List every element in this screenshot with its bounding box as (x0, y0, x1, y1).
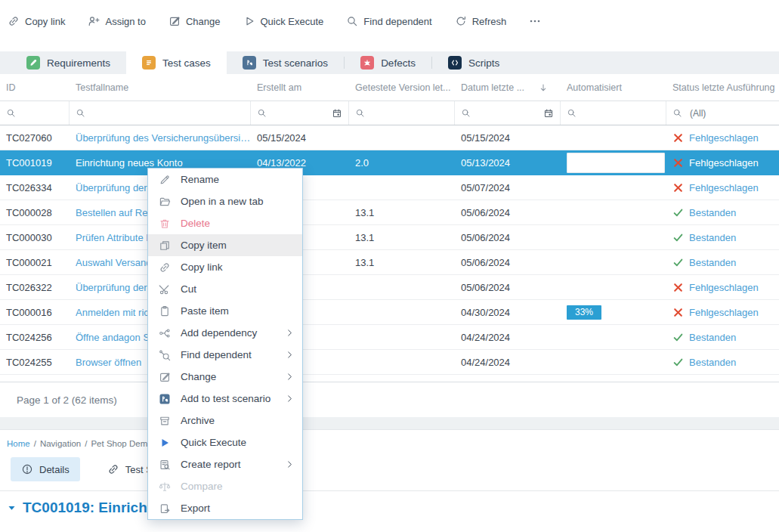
test-case-link[interactable]: Bestellen auf Rech (76, 207, 158, 218)
cell-automatisiert: 33% (561, 300, 666, 324)
column-header-erstellt-am-label: Erstellt am (257, 82, 301, 93)
copy-link-label: Copy link (25, 16, 65, 27)
assign-to-button[interactable]: Assign to (88, 15, 145, 27)
cell-id: TC000016 (0, 300, 70, 324)
cell-datum-letzte: 05/06/2024 (455, 225, 561, 249)
folder-icon (159, 196, 171, 208)
pass-check-icon (672, 332, 684, 343)
column-header-id[interactable]: ID (0, 74, 70, 101)
calendar-icon[interactable] (543, 108, 554, 119)
test-case-link[interactable]: Browser öffnen (76, 357, 141, 368)
tab-scripts-label: Scripts (468, 57, 499, 69)
test-case-link[interactable]: Öffne andagon Se (76, 332, 155, 343)
tab-defects[interactable]: Defects (345, 51, 431, 74)
cell-status: Fehlgeschlagen (666, 125, 779, 150)
status-label: Bestanden (689, 357, 736, 368)
cell-id: TC000028 (0, 200, 70, 224)
test-case-link[interactable]: Überprüfung der S (76, 182, 156, 193)
menu-item-create-report[interactable]: Create report (148, 453, 302, 475)
table-row[interactable]: TC024255Browser öffnen04/24/2024Bestande… (0, 350, 779, 375)
breadcrumb-navigation[interactable]: Navigation (40, 439, 81, 448)
column-header-automatisiert[interactable]: Automatisiert (561, 74, 666, 101)
menu-item-delete[interactable]: Delete (148, 212, 302, 234)
breadcrumb-home[interactable]: Home (7, 439, 30, 448)
filter-id[interactable] (0, 101, 70, 125)
cell-getestete-version (349, 300, 455, 324)
cell-automatisiert (561, 150, 666, 175)
table-row[interactable]: TC000016Anmelden mit rich04/30/202433%Fe… (0, 300, 779, 325)
menu-item-find-dependent[interactable]: Find dependent (148, 344, 302, 366)
tab-details[interactable]: Details (11, 457, 80, 481)
menu-item-change[interactable]: Change (148, 366, 302, 388)
menu-item-copy-link[interactable]: Copy link (148, 256, 302, 278)
automated-edit-field[interactable] (567, 153, 665, 173)
table-row[interactable]: TC024256Öffne andagon Se04/24/2024Bestan… (0, 325, 779, 350)
tab-test-cases[interactable]: Test cases (126, 51, 227, 74)
table-row[interactable]: TC000028Bestellen auf Rech13.105/06/2024… (0, 200, 779, 225)
more-actions-button[interactable] (529, 15, 541, 27)
table-row[interactable]: TC027060Überprüfung des Versicherungsübe… (0, 125, 779, 150)
column-header-erstellt-am[interactable]: Erstellt am (251, 74, 349, 101)
menu-item-label: Open in a new tab (181, 196, 264, 207)
tab-scripts[interactable]: Scripts (432, 51, 515, 74)
cell-getestete-version (349, 325, 455, 349)
submenu-chevron-icon (285, 328, 295, 338)
column-header-datum-letzte[interactable]: Datum letzte ... (455, 74, 561, 101)
status-filter-value[interactable]: (All) (690, 108, 706, 119)
table-row[interactable]: TC026322Überprüfung der I05/06/2024Fehlg… (0, 275, 779, 300)
table-row[interactable]: TC001019Einrichtung neues Konto04/13/202… (0, 150, 779, 175)
menu-item-add-to-test-scenario[interactable]: Add to test scenario (148, 388, 302, 410)
panel-separator (0, 417, 779, 429)
cell-getestete-version (349, 350, 455, 374)
submenu-chevron-icon (285, 394, 295, 404)
filter-automatisiert[interactable] (561, 101, 666, 125)
menu-item-copy-item[interactable]: Copy item (148, 234, 302, 256)
cell-datum-letzte: 05/06/2024 (455, 200, 561, 224)
column-header-testfallname[interactable]: Testfallname (70, 74, 251, 101)
column-header-getestete-version[interactable]: Getestete Version let... (349, 74, 455, 101)
menu-item-quick-execute[interactable]: Quick Execute (148, 431, 302, 453)
find-dependent-button[interactable]: Find dependent (346, 15, 431, 27)
cell-datum-letzte: 04/24/2024 (455, 350, 561, 374)
test-case-link[interactable]: Prüfen Attribute E (76, 232, 153, 243)
menu-item-export[interactable]: Export (148, 497, 302, 519)
breadcrumb-separator: / (85, 439, 87, 448)
test-case-link[interactable]: Einrichtung neues Konto (76, 157, 183, 169)
column-header-status[interactable]: Status letzte Ausführung (666, 74, 779, 101)
tab-requirements[interactable]: Requirements (11, 51, 126, 74)
test-case-link[interactable]: Auswahl Versanda (76, 257, 157, 268)
collapse-chevron-icon[interactable] (7, 503, 17, 513)
filter-testfallname[interactable] (70, 101, 251, 125)
test-case-link[interactable]: Überprüfung der I (76, 282, 153, 293)
table-row[interactable]: TC026334Überprüfung der S05/07/2024Fehlg… (0, 175, 779, 200)
menu-item-add-dependency[interactable]: Add dependency (148, 322, 302, 344)
menu-item-open-in-a-new-tab[interactable]: Open in a new tab (148, 190, 302, 212)
filter-erstellt-am[interactable] (251, 101, 349, 125)
calendar-icon[interactable] (332, 108, 342, 119)
tab-test-cases-label: Test cases (162, 57, 211, 69)
quick-execute-button[interactable]: Quick Execute (243, 15, 324, 27)
table-row[interactable]: TC000030Prüfen Attribute E13.105/06/2024… (0, 225, 779, 250)
export-icon (159, 503, 171, 515)
test-case-link[interactable]: Anmelden mit rich (76, 307, 154, 318)
table-row[interactable]: TC000021Auswahl Versanda13.105/06/2024Be… (0, 250, 779, 275)
filter-status[interactable]: (All) (666, 101, 779, 125)
cell-status: Fehlgeschlagen (666, 150, 779, 175)
pass-check-icon (672, 232, 684, 243)
menu-item-cut[interactable]: Cut (148, 278, 302, 300)
chain-link-icon (107, 463, 119, 475)
change-button[interactable]: Change (168, 15, 221, 27)
tab-test-scenarios[interactable]: Test scenarios (227, 51, 344, 74)
copy-link-button[interactable]: Copy link (8, 15, 65, 27)
menu-item-rename[interactable]: Rename (148, 169, 302, 190)
status-label: Fehlgeschlagen (689, 182, 759, 193)
filter-getestete-version[interactable] (349, 101, 455, 125)
breadcrumb: Home / Navigation / Pet Shop Demo-Pr (7, 439, 164, 448)
find-dependent-icon (159, 349, 171, 361)
toolbar: Copy link Assign to Change Quick Execute… (0, 0, 779, 42)
test-case-link[interactable]: Überprüfung des Versicherungsübersichts (76, 132, 251, 144)
menu-item-paste-item[interactable]: Paste item (148, 300, 302, 322)
refresh-button[interactable]: Refresh (455, 15, 507, 27)
menu-item-archive[interactable]: Archive (148, 410, 302, 431)
filter-datum-letzte[interactable] (455, 101, 561, 125)
